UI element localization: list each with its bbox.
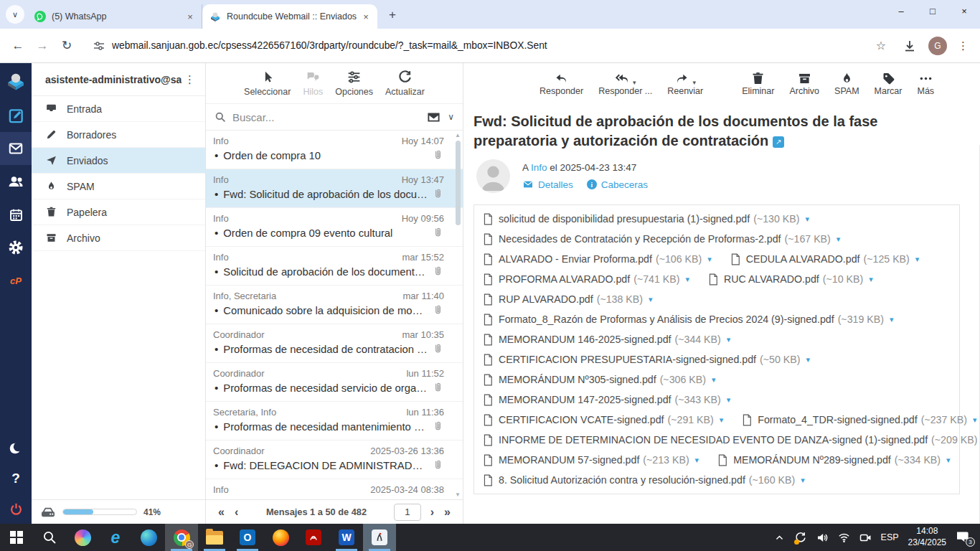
- downloads-icon[interactable]: [900, 36, 920, 56]
- back-button[interactable]: ←: [7, 35, 29, 57]
- reload-button[interactable]: ↻: [56, 35, 77, 57]
- attachment-menu-caret[interactable]: ▾: [946, 456, 951, 465]
- attachment-menu-caret[interactable]: ▾: [685, 275, 689, 284]
- attachment-link[interactable]: Formato_4_TDR-signed-signed.pdf (~237 KB…: [742, 414, 976, 426]
- folder-archivo[interactable]: Archivo: [32, 225, 205, 251]
- attachment-link[interactable]: ALVARADO - Enviar Proforma.pdf (~106 KB)…: [483, 253, 712, 265]
- more-button[interactable]: Más: [917, 70, 934, 96]
- options-button[interactable]: Opciones: [335, 70, 373, 97]
- search-scope-icon[interactable]: [427, 110, 440, 124]
- new-tab-button[interactable]: +: [383, 6, 402, 24]
- browser-menu-icon[interactable]: ⋮: [954, 37, 973, 55]
- dark-mode-icon[interactable]: [0, 433, 32, 463]
- attachment-menu-caret[interactable]: ▾: [806, 355, 810, 364]
- sync-status-icon[interactable]: [795, 532, 807, 544]
- attachment-link[interactable]: MEMORANDUM 57-signed.pdf (~213 KB) ▾: [483, 454, 699, 466]
- help-icon[interactable]: ?: [0, 463, 32, 494]
- language-indicator[interactable]: ESP: [881, 532, 899, 542]
- attachment-link[interactable]: MEMORANDUM 147-2025-signed.pdf (~343 KB)…: [483, 394, 730, 406]
- start-button[interactable]: [0, 524, 33, 551]
- search-input[interactable]: [232, 111, 427, 123]
- forward-caret[interactable]: ▾: [692, 79, 696, 86]
- search-options-caret[interactable]: ∨: [448, 112, 454, 122]
- edge-button[interactable]: [132, 524, 165, 551]
- page-number-input[interactable]: [394, 504, 421, 521]
- folder-spam[interactable]: SPAM: [32, 174, 205, 199]
- prev-page-button[interactable]: ‹: [230, 506, 243, 519]
- attachment-menu-caret[interactable]: ▾: [727, 395, 731, 405]
- threads-button[interactable]: Hilos: [303, 70, 323, 97]
- forward-button[interactable]: ▾ Reenviar: [667, 70, 703, 96]
- attachment-link[interactable]: Necesidades de Contratación y Recepción …: [483, 233, 840, 245]
- headers-toggle[interactable]: i Cabeceras: [587, 179, 648, 190]
- java-app-button[interactable]: [363, 524, 396, 551]
- attachment-menu-caret[interactable]: ▾: [727, 335, 731, 344]
- recipient-link[interactable]: Info: [531, 162, 547, 173]
- reply-all-button[interactable]: ▾ Responder ...: [598, 70, 652, 96]
- attachment-link[interactable]: PROFORMA ALVARADO.pdf (~741 KB) ▾: [483, 273, 689, 286]
- settings-nav-button[interactable]: [0, 231, 32, 264]
- attachment-link[interactable]: RUP ALVARADO.pdf (~138 KB) ▾: [483, 293, 653, 306]
- taskbar-search-button[interactable]: [33, 524, 66, 551]
- attachment-menu-caret[interactable]: ▾: [712, 375, 716, 385]
- avatar[interactable]: G: [928, 37, 947, 55]
- attachment-link[interactable]: Formato_8_Razón de Proformas y Análisis …: [483, 314, 893, 326]
- message-row[interactable]: Info Hoy 13:47 • Fwd: Solicitud de aprob…: [206, 169, 463, 208]
- mark-button[interactable]: Marcar: [875, 70, 903, 96]
- contacts-nav-button[interactable]: [0, 165, 32, 198]
- close-icon[interactable]: ×: [184, 11, 196, 22]
- attachment-menu-caret[interactable]: ▾: [695, 456, 699, 465]
- message-row[interactable]: Coordinador 2025-03-26 13:36 • Fwd: DELE…: [206, 441, 463, 479]
- last-page-button[interactable]: »: [439, 506, 456, 519]
- attachment-menu-caret[interactable]: ▾: [707, 255, 712, 264]
- attachment-link[interactable]: 8. Solicitud Autorización contra y resol…: [483, 474, 805, 486]
- folder-papelera[interactable]: Papelera: [32, 199, 205, 225]
- tab-search-button[interactable]: ∨: [6, 5, 24, 24]
- clock[interactable]: 14:08 23/4/2025: [908, 526, 946, 548]
- outlook-button[interactable]: O: [231, 524, 264, 551]
- minimize-button[interactable]: –: [885, 0, 917, 22]
- select-button[interactable]: Seleccionar: [244, 70, 291, 97]
- attachment-link[interactable]: MEMORÁNDUM Nº305-signed.pdf (~306 KB) ▾: [483, 374, 715, 386]
- tray-expand-icon[interactable]: [773, 532, 786, 544]
- cpanel-button[interactable]: cP: [0, 264, 32, 297]
- chrome-button[interactable]: G: [165, 524, 198, 551]
- forward-button[interactable]: →: [32, 35, 53, 57]
- attachment-menu-caret[interactable]: ▾: [720, 415, 724, 425]
- address-bar[interactable]: webmail.sanjuan.gob.ec/cpsess4226567160/…: [85, 34, 867, 58]
- list-scrollbar-thumb[interactable]: [456, 141, 461, 225]
- attachment-menu-caret[interactable]: ▾: [805, 215, 809, 224]
- reply-all-caret[interactable]: ▾: [633, 79, 636, 86]
- message-row[interactable]: Info, Secretaria mar 11:40 • Comunicado …: [206, 286, 463, 324]
- wifi-icon[interactable]: [838, 532, 850, 544]
- archive-button[interactable]: Archivo: [789, 70, 819, 96]
- meet-now-icon[interactable]: [859, 532, 872, 544]
- attachment-link[interactable]: CEDULA ALVARADO.pdf (~125 KB) ▾: [730, 253, 920, 265]
- attachment-link[interactable]: RUC ALVARADO.pdf (~10 KB) ▾: [708, 273, 873, 286]
- message-row[interactable]: Secretaria, Info lun 11:36 • Proformas d…: [206, 402, 463, 441]
- acrobat-button[interactable]: [297, 524, 330, 551]
- close-icon[interactable]: ×: [360, 11, 372, 22]
- file-explorer-button[interactable]: [198, 524, 231, 551]
- open-in-new-window-icon[interactable]: ↗: [773, 136, 784, 148]
- message-row[interactable]: Info mar 15:52 • Solicitud de aprobación…: [206, 247, 463, 286]
- tab-roundcube[interactable]: Roundcube Webmail :: Enviados ×: [202, 4, 377, 29]
- message-row[interactable]: Info Hoy 14:07 • Orden de compra 10: [206, 131, 463, 169]
- next-page-button[interactable]: ›: [425, 506, 439, 519]
- attachment-menu-caret[interactable]: ▾: [973, 415, 977, 425]
- internet-explorer-button[interactable]: e: [99, 524, 132, 551]
- notifications-button[interactable]: 3: [956, 531, 971, 544]
- folder-enviados[interactable]: Enviados: [32, 148, 205, 174]
- delete-button[interactable]: Eliminar: [742, 70, 774, 96]
- logout-icon[interactable]: [0, 494, 32, 524]
- attachment-menu-caret[interactable]: ▾: [890, 315, 894, 324]
- close-window-button[interactable]: ×: [948, 0, 980, 22]
- reply-button[interactable]: Responder: [540, 70, 583, 96]
- spam-button[interactable]: SPAM: [834, 70, 859, 96]
- folder-borradores[interactable]: Borradores: [32, 122, 205, 148]
- folder-entrada[interactable]: Entrada: [32, 96, 205, 122]
- first-page-button[interactable]: «: [213, 506, 230, 519]
- bookmark-star-icon[interactable]: ☆: [871, 36, 891, 56]
- attachment-link[interactable]: solicitud de disponibilidad presupuestar…: [483, 213, 809, 225]
- message-row[interactable]: Coordinador lun 11:52 • Proformas de nec…: [206, 363, 463, 402]
